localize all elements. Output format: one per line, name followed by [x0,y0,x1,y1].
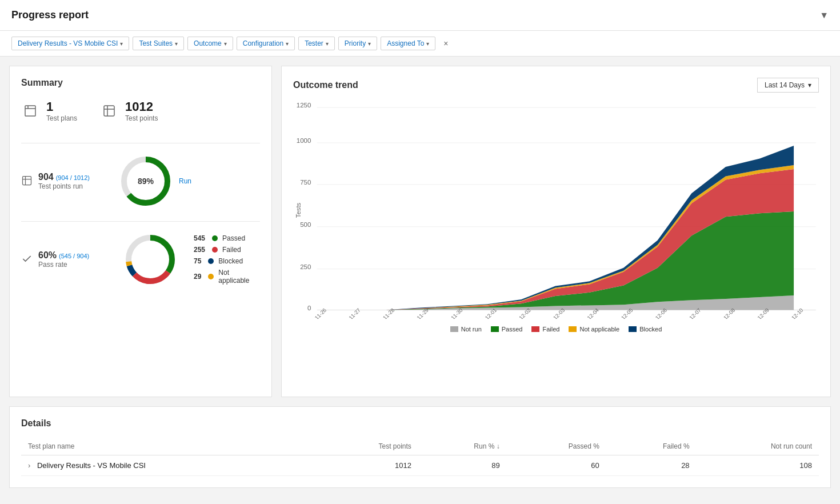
chevron-down-icon: ▾ [286,41,289,47]
svg-text:500: 500 [300,221,311,228]
table-row: › Delivery Results - VS Mobile CSI 1012 … [21,455,819,476]
table-header-row: Test plan name Test points Run % ↓ Passe… [21,438,819,455]
filter-icon[interactable]: ▼ [819,10,829,21]
page-title: Progress report [11,9,89,21]
row-passed-pct: 60 [507,455,606,476]
summary-title: Summary [21,78,260,88]
chevron-down-icon: ▾ [120,41,123,47]
outcome-panel: Outcome trend Last 14 Days ▾ 0 250 500 7… [281,66,831,397]
run-chart-label: Run [179,177,191,185]
test-points-label: Test points [125,114,158,122]
top-row: Summary 1 Test plans [9,66,831,397]
summary-panel: Summary 1 Test plans [9,66,272,397]
svg-text:1000: 1000 [297,137,311,144]
legend-not-applicable-chart: Not applicable [569,326,619,333]
details-table: Test plan name Test points Run % ↓ Passe… [21,438,819,476]
row-failed-pct: 28 [606,455,697,476]
date-range-selector[interactable]: Last 14 Days ▾ [757,78,819,93]
svg-text:2021-11-28: 2021-11-28 [372,307,395,319]
run-stat-icon [21,175,33,188]
details-panel: Details Test plan name Test points Run %… [9,406,831,488]
blocked-dot [208,258,214,264]
col-test-points: Test points [314,438,418,455]
run-label: Test points run [38,182,90,190]
legend-passed: 545 Passed [194,234,260,242]
pass-label: Pass rate [38,261,89,269]
row-test-points: 1012 [314,455,418,476]
blocked-color [629,326,637,332]
passed-dot [212,235,218,241]
passed-color [491,326,499,332]
test-plans-count: 1 [46,99,77,114]
col-not-run-count: Not run count [697,438,819,455]
not-applicable-dot [208,274,214,279]
chevron-down-icon: ▾ [368,41,371,47]
row-not-run-count: 108 [697,455,819,476]
filter-delivery-results[interactable]: Delivery Results - VS Mobile CSI ▾ [11,37,129,50]
test-plans-label: Test plans [46,114,77,122]
outcome-chart: 0 250 500 750 1000 1250 Tests [293,102,819,319]
run-section: 904 (904 / 1012) Test points run 89% [21,153,260,210]
outcome-header: Outcome trend Last 14 Days ▾ [293,78,819,93]
main-content: Summary 1 Test plans [0,57,840,497]
test-points-icon [100,102,118,120]
pass-donut [122,231,179,288]
col-failed-pct: Failed % [606,438,697,455]
col-test-plan-name: Test plan name [21,438,314,455]
run-fraction: (904 / 1012) [56,174,90,181]
legend-not-run: Not run [450,326,482,333]
svg-text:2021-11-27: 2021-11-27 [338,307,362,319]
filter-test-suites[interactable]: Test Suites ▾ [133,37,184,50]
filter-bar: Delivery Results - VS Mobile CSI ▾ Test … [0,31,840,57]
legend-failed-chart: Failed [531,326,559,333]
legend-blocked: 75 Blocked [194,257,260,265]
failed-dot [212,247,218,253]
chevron-down-icon: ▾ [326,41,329,47]
chevron-down-icon: ▾ [808,81,811,89]
filter-priority[interactable]: Priority ▾ [338,37,377,50]
legend-blocked-chart: Blocked [629,326,662,333]
legend-passed-chart: Passed [491,326,523,333]
svg-text:1250: 1250 [297,102,311,109]
test-plans-stat: 1 Test plans [21,99,77,122]
legend-not-applicable: 29 Not applicable [194,269,260,285]
chevron-down-icon: ▾ [426,41,429,47]
svg-text:750: 750 [300,179,311,186]
pass-legend: 545 Passed 255 Failed 75 Blocked [194,234,260,285]
col-run-pct: Run % ↓ [418,438,507,455]
row-run-pct: 89 [418,455,507,476]
pass-fraction: (545 / 904) [59,253,89,259]
test-plans-icon [21,102,39,120]
not-run-color [450,326,458,332]
details-title: Details [21,418,819,429]
filter-outcome[interactable]: Outcome ▾ [187,37,233,50]
run-donut: 89% [117,153,174,210]
chart-legend: Not run Passed Failed Not applicable Blo… [293,326,819,333]
test-points-count: 1012 [125,99,158,114]
run-percent: 89% [138,177,154,186]
failed-color [531,326,539,332]
legend-failed: 255 Failed [194,246,260,254]
col-passed-pct: Passed % [507,438,606,455]
pass-section: 60% (545 / 904) Pass rate [21,231,260,288]
filter-configuration[interactable]: Configuration ▾ [237,37,295,50]
filter-tester[interactable]: Tester ▾ [298,37,335,50]
svg-text:Tests: Tests [294,203,301,218]
svg-rect-0 [25,106,35,116]
chevron-down-icon: ▾ [175,41,178,47]
pass-count: 60% [38,250,57,261]
filter-assigned-to[interactable]: Assigned To ▾ [381,37,435,50]
svg-text:0: 0 [307,305,311,311]
outcome-title: Outcome trend [293,80,358,90]
chevron-down-icon: ▾ [224,41,227,47]
header: Progress report ▼ [0,0,840,31]
row-name: › Delivery Results - VS Mobile CSI [21,455,314,476]
expand-icon[interactable]: › [28,461,30,470]
svg-text:250: 250 [300,263,311,270]
test-points-stat: 1012 Test points [100,99,158,122]
filter-close-button[interactable]: × [439,37,453,50]
pass-stat-icon [21,253,33,266]
not-applicable-color [569,326,577,332]
run-count: 904 [38,172,54,182]
